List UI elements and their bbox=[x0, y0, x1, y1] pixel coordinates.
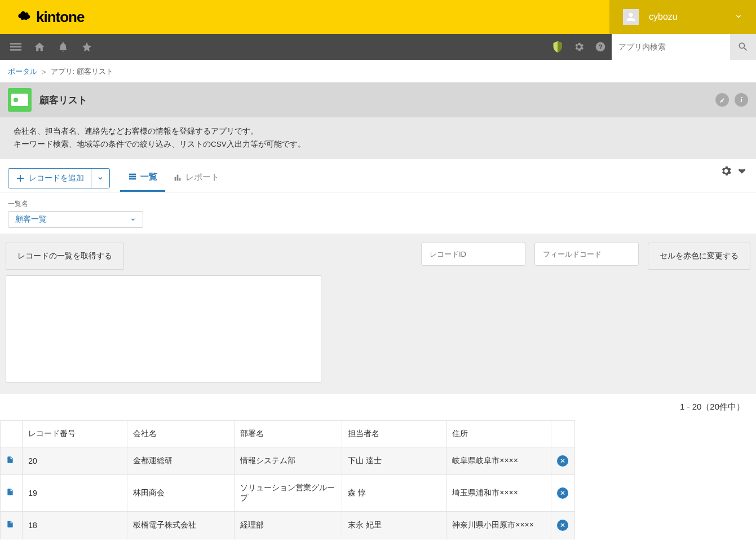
add-record-dropdown[interactable] bbox=[91, 169, 109, 188]
breadcrumb-portal[interactable]: ポータル bbox=[8, 67, 37, 77]
app-header: 顧客リスト i bbox=[0, 82, 756, 117]
list-select-label: 一覧名 bbox=[8, 199, 748, 209]
cell-person: 末永 妃里 bbox=[342, 511, 446, 539]
search-wrap bbox=[612, 34, 756, 60]
cell-person: 下山 達士 bbox=[342, 447, 446, 474]
col-dept[interactable]: 部署名 bbox=[235, 420, 342, 447]
pager: 1 - 20（20件中） bbox=[0, 394, 756, 420]
row-detail-icon[interactable] bbox=[1, 474, 23, 511]
search-input[interactable] bbox=[612, 34, 730, 60]
user-menu[interactable]: cybozu bbox=[609, 0, 756, 34]
app-desc-line2: キーワード検索、地域等の条件での絞り込み、リストのCSV入出力等が可能です。 bbox=[14, 138, 742, 151]
row-detail-icon[interactable] bbox=[1, 447, 23, 474]
gear-icon bbox=[720, 165, 732, 177]
output-box bbox=[6, 275, 321, 383]
svg-rect-8 bbox=[129, 176, 136, 178]
cell-record-no: 18 bbox=[23, 511, 127, 539]
chevron-down-icon bbox=[735, 12, 742, 22]
breadcrumb-current: アプリ: 顧客リスト bbox=[51, 67, 113, 77]
cloud-icon bbox=[17, 9, 33, 25]
tab-report[interactable]: レポート bbox=[165, 165, 227, 191]
svg-rect-7 bbox=[129, 174, 136, 175]
search-button[interactable] bbox=[730, 34, 756, 60]
table-row[interactable]: 19林田商会ソリューション営業グループ森 惇埼玉県浦和市××××✕ bbox=[1, 474, 575, 511]
chevron-down-icon bbox=[97, 175, 104, 182]
list-select-area: 一覧名 顧客一覧 bbox=[0, 192, 756, 234]
cell-company: 金都運総研 bbox=[127, 447, 235, 474]
svg-rect-11 bbox=[177, 175, 179, 181]
home-icon[interactable] bbox=[34, 41, 45, 52]
svg-rect-2 bbox=[10, 49, 21, 51]
table-row[interactable]: 20金都運総研情報システム部下山 達士岐阜県岐阜市××××✕ bbox=[1, 447, 575, 474]
chevron-down-icon bbox=[736, 165, 748, 177]
cell-dept: 情報システム部 bbox=[235, 447, 342, 474]
cell-record-no: 20 bbox=[23, 447, 127, 474]
add-record-label: レコードを追加 bbox=[29, 173, 84, 183]
nav-bar: ? bbox=[0, 34, 756, 60]
plus-icon bbox=[15, 173, 25, 183]
cell-dept: 経理部 bbox=[235, 511, 342, 539]
fetch-records-button[interactable]: レコードの一覧を取得する bbox=[6, 243, 124, 270]
app-icon bbox=[8, 88, 32, 112]
add-record-group: レコードを追加 bbox=[8, 168, 110, 188]
cell-dept: ソリューション営業グループ bbox=[235, 474, 342, 511]
brand-text: kintone bbox=[36, 8, 84, 26]
search-icon bbox=[737, 41, 749, 52]
app-title: 顧客リスト bbox=[39, 94, 708, 107]
top-bar: kintone cybozu bbox=[0, 0, 756, 34]
bell-icon[interactable] bbox=[58, 41, 69, 52]
svg-rect-10 bbox=[175, 177, 176, 181]
view-settings[interactable] bbox=[720, 165, 748, 177]
breadcrumb-sep: > bbox=[42, 68, 46, 76]
svg-text:?: ? bbox=[598, 43, 602, 50]
row-delete-button[interactable]: ✕ bbox=[557, 455, 568, 467]
help-icon[interactable]: ? bbox=[595, 41, 606, 52]
col-delete bbox=[551, 420, 574, 447]
cell-address: 埼玉県浦和市×××× bbox=[446, 474, 551, 511]
field-code-input[interactable] bbox=[534, 243, 639, 266]
custom-area: レコードの一覧を取得する セルを赤色に変更する bbox=[0, 234, 756, 394]
brand-logo[interactable]: kintone bbox=[17, 8, 84, 26]
app-desc-line1: 会社名、担当者名、連絡先などお客様の情報を登録するアプリです。 bbox=[14, 125, 742, 138]
table-row[interactable]: 18板橋電子株式会社経理部末永 妃里神奈川県小田原市××××✕ bbox=[1, 511, 575, 539]
col-company[interactable]: 会社名 bbox=[127, 420, 235, 447]
cell-person: 森 惇 bbox=[342, 474, 446, 511]
row-delete-button[interactable]: ✕ bbox=[557, 487, 568, 499]
shield-icon[interactable] bbox=[552, 40, 563, 54]
cell-company: 林田商会 bbox=[127, 474, 235, 511]
pin-icon[interactable] bbox=[715, 93, 729, 107]
cell-address: 岐阜県岐阜市×××× bbox=[446, 447, 551, 474]
star-icon[interactable] bbox=[81, 41, 92, 52]
row-detail-icon[interactable] bbox=[1, 511, 23, 539]
col-address[interactable]: 住所 bbox=[446, 420, 551, 447]
col-icon bbox=[1, 420, 23, 447]
col-record-no[interactable]: レコード番号 bbox=[23, 420, 127, 447]
cell-record-no: 19 bbox=[23, 474, 127, 511]
chevron-down-icon bbox=[130, 217, 136, 222]
record-id-input[interactable] bbox=[421, 243, 525, 266]
cell-company: 板橋電子株式会社 bbox=[127, 511, 235, 539]
info-icon[interactable]: i bbox=[735, 93, 748, 107]
svg-rect-0 bbox=[10, 43, 21, 45]
view-toolbar: レコードを追加 一覧 レポート bbox=[0, 159, 756, 192]
tab-report-label: レポート bbox=[185, 172, 219, 183]
list-select-value: 顧客一覧 bbox=[15, 214, 47, 225]
add-record-button[interactable]: レコードを追加 bbox=[8, 169, 91, 188]
row-delete-button[interactable]: ✕ bbox=[557, 520, 568, 531]
gear-icon[interactable] bbox=[573, 41, 585, 52]
tab-list-label: 一覧 bbox=[140, 172, 157, 182]
user-name: cybozu bbox=[649, 12, 724, 22]
svg-rect-12 bbox=[179, 178, 181, 181]
records-table: レコード番号 会社名 部署名 担当者名 住所 20金都運総研情報システム部下山 … bbox=[0, 420, 575, 539]
tab-list[interactable]: 一覧 bbox=[120, 165, 165, 192]
app-description: 会社名、担当者名、連絡先などお客様の情報を登録するアプリです。 キーワード検索、… bbox=[0, 117, 756, 159]
change-cell-red-button[interactable]: セルを赤色に変更する bbox=[648, 243, 750, 270]
table-icon bbox=[128, 172, 137, 181]
col-person[interactable]: 担当者名 bbox=[342, 420, 446, 447]
avatar bbox=[623, 9, 639, 25]
chart-icon bbox=[173, 173, 182, 182]
breadcrumb: ポータル > アプリ: 顧客リスト bbox=[0, 60, 756, 82]
list-select[interactable]: 顧客一覧 bbox=[8, 211, 143, 228]
menu-icon[interactable] bbox=[10, 41, 21, 52]
svg-rect-1 bbox=[10, 46, 21, 48]
